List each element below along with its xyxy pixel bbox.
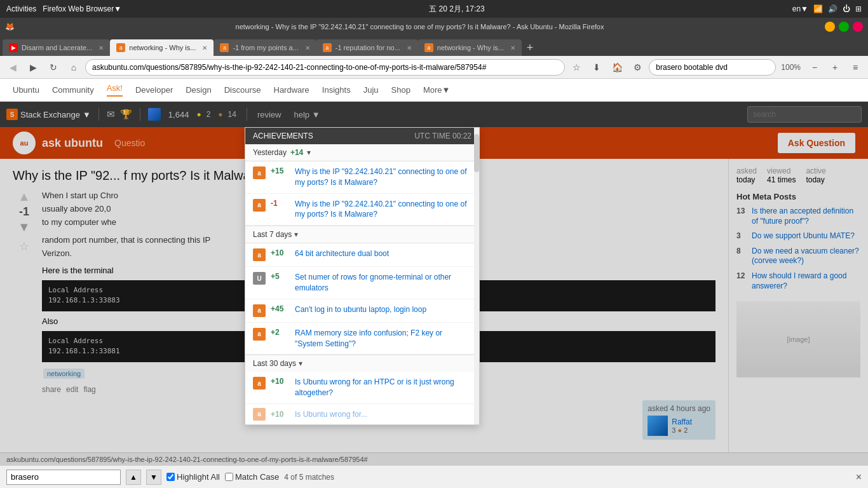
ach-item-30-0: a +10 Is Ubuntu wrong for an HTPC or is … <box>245 372 479 404</box>
ach-item-7-0: a +10 64 bit architecture dual boot <box>245 243 479 267</box>
site-nav-insights[interactable]: Insights <box>322 85 351 95</box>
activities-label[interactable]: Activities <box>6 4 36 13</box>
find-close-button[interactable]: × <box>856 471 862 483</box>
tiling-icon: ⊞ <box>855 4 862 13</box>
ach-title-30-0[interactable]: Is Ubuntu wrong for an HTPC or is it jus… <box>295 377 471 398</box>
title-bar: 🦊 networking - Why is the IP "92.242.140… <box>0 18 868 36</box>
match-case-label[interactable]: Match Case <box>225 472 279 482</box>
forward-button[interactable]: ▶ <box>24 58 42 76</box>
yesterday-arrow: ▾ <box>307 148 311 157</box>
new-tab-button[interactable]: + <box>522 39 538 56</box>
bookmark-button[interactable]: ☆ <box>567 58 585 76</box>
se-search-input[interactable] <box>747 106 862 123</box>
se-logo-icon: S <box>6 109 18 120</box>
zoom-in-button[interactable]: + <box>826 58 844 76</box>
achievements-bell-icon[interactable]: 🏆 <box>120 109 132 120</box>
edit-link[interactable]: edit <box>66 385 78 394</box>
ach-rep-7-0: +10 <box>271 248 290 257</box>
share-link[interactable]: share <box>42 385 61 394</box>
firefox-flame-icon: 🦊 <box>5 22 15 31</box>
settings-button[interactable]: ⚙ <box>628 58 646 76</box>
system-bar: Activities Firefox Web Browser▼ 五 20 2月,… <box>0 0 868 18</box>
review-link[interactable]: review <box>257 110 281 119</box>
reload-button[interactable]: ↻ <box>44 58 62 76</box>
upvote-button[interactable]: ▲ <box>18 189 31 204</box>
user-rep[interactable]: 1,644 <box>168 110 189 119</box>
zoom-out-button[interactable]: − <box>806 58 824 76</box>
hot-meta-posts: Hot Meta Posts 13 Is there an accepted d… <box>736 192 860 291</box>
help-link[interactable]: help ▼ <box>294 110 320 119</box>
inbox-icon[interactable]: ✉ <box>107 109 115 120</box>
ask-question-button[interactable]: Ask Question <box>778 133 855 153</box>
achievements-popup[interactable]: ACHIEVEMENTS UTC TIME 00:22 Yesterday +1… <box>245 127 480 425</box>
username[interactable]: Raffat <box>672 417 692 426</box>
ach-icon-7-0: a <box>253 248 266 261</box>
maximize-button[interactable] <box>839 22 849 32</box>
right-sidebar: asked today viewed 41 times active today… <box>728 159 868 465</box>
match-case-checkbox[interactable] <box>225 473 233 481</box>
ach-title-7-1[interactable]: Set numer of rows for gnome-terminal or … <box>295 272 471 294</box>
highlight-all-checkbox[interactable] <box>166 473 175 481</box>
url-bar[interactable] <box>85 59 565 76</box>
tab-3-close[interactable]: ✕ <box>305 44 310 51</box>
home-nav-button[interactable]: 🏠 <box>608 58 626 76</box>
stat-asked-label: asked <box>736 166 757 175</box>
site-nav-shop[interactable]: Shop <box>391 85 410 95</box>
minimize-button[interactable] <box>825 22 835 32</box>
find-up-button[interactable]: ▲ <box>126 470 141 485</box>
site-nav-more[interactable]: More▼ <box>423 85 451 95</box>
site-nav-hardware[interactable]: Hardware <box>274 85 309 95</box>
tab-2-close[interactable]: ✕ <box>202 44 207 51</box>
site-nav-juju[interactable]: Juju <box>363 85 379 95</box>
se-logo[interactable]: S Stack Exchange ▼ <box>6 109 91 120</box>
back-button[interactable]: ◀ <box>4 58 22 76</box>
tab-2[interactable]: a networking - Why is... ✕ <box>110 39 214 56</box>
stat-asked: asked today <box>736 166 757 184</box>
tab-5[interactable]: a networking - Why is... ✕ <box>418 39 522 56</box>
bookmark-star[interactable]: ☆ <box>19 240 29 254</box>
site-nav-design[interactable]: Design <box>186 85 211 95</box>
gold-badge-count: 2 <box>207 110 211 119</box>
tab-1[interactable]: ▶ Disarm and Lacerate... ✕ <box>3 39 110 56</box>
tab-5-favicon: a <box>424 43 433 52</box>
language-icon[interactable]: en▼ <box>792 4 808 13</box>
scrollbar-thumb[interactable] <box>474 134 479 172</box>
tab-5-close[interactable]: ✕ <box>510 44 515 51</box>
au-logo-text-abbr: au <box>20 139 29 147</box>
user-avatar-top <box>148 108 161 121</box>
tab-4-close[interactable]: ✕ <box>407 44 412 51</box>
ach-title-0[interactable]: Why is the IP "92.242.140.21" connecting… <box>295 166 471 188</box>
download-button[interactable]: ⬇ <box>588 58 606 76</box>
ach-title-7-2[interactable]: Can't log in to ubuntu laptop, login loo… <box>295 304 426 315</box>
tab-1-close[interactable]: ✕ <box>98 44 104 51</box>
ach-title-7-3[interactable]: RAM memory size info confusion; F2 key o… <box>295 328 471 349</box>
browser-search-bar[interactable] <box>649 59 776 76</box>
bronze-count-small: 2 <box>684 426 688 434</box>
tag-networking[interactable]: networking <box>43 369 85 379</box>
ach-item-7-2: a +45 Can't log in to ubuntu laptop, log… <box>245 299 479 323</box>
firefox-label[interactable]: Firefox Web Browser▼ <box>43 4 121 13</box>
highlight-all-label[interactable]: Highlight All <box>166 472 220 482</box>
menu-button[interactable]: ≡ <box>846 58 864 76</box>
ach-title-1[interactable]: Why is the IP "92.242.140.21" connecting… <box>295 199 471 220</box>
ach-icon-30-0: a <box>253 377 266 390</box>
site-nav-ubuntu[interactable]: Ubuntu <box>13 85 39 95</box>
ach-item-1: a -1 Why is the IP "92.242.140.21" conne… <box>245 194 479 226</box>
power-icon[interactable]: ⏻ <box>843 4 850 13</box>
tab-3[interactable]: a -1 from my points a... ✕ <box>214 39 316 56</box>
site-nav-developer[interactable]: Developer <box>135 85 173 95</box>
close-button[interactable] <box>853 22 863 32</box>
find-input[interactable] <box>6 470 121 485</box>
last7-section-header: Last 7 days ▾ <box>245 226 479 243</box>
tab-4[interactable]: a -1 reputation for no... ✕ <box>316 39 418 56</box>
ach-title-7-0[interactable]: 64 bit architecture dual boot <box>295 248 389 259</box>
site-nav-ask[interactable]: Ask! <box>107 83 123 97</box>
find-down-button[interactable]: ▼ <box>146 470 161 485</box>
downvote-button[interactable]: ▼ <box>18 220 31 234</box>
popup-scrollbar[interactable] <box>474 128 479 424</box>
home-button[interactable]: ⌂ <box>65 58 83 76</box>
question-user-avatar <box>648 416 668 436</box>
flag-link[interactable]: flag <box>83 385 95 394</box>
site-nav-discourse[interactable]: Discourse <box>224 85 261 95</box>
site-nav-community[interactable]: Community <box>52 85 94 95</box>
